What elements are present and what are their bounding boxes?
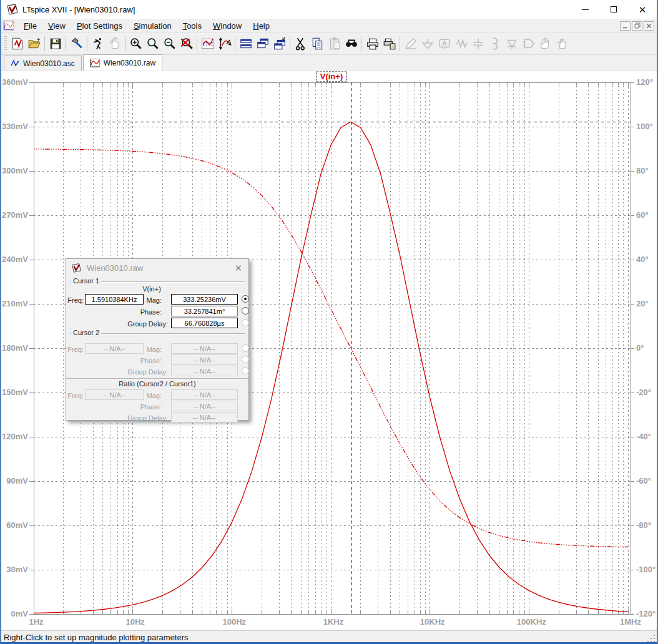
waveform-doc-icon xyxy=(3,21,14,31)
cursor-dialog[interactable]: Wien03010.raw ✕ Cursor 1 V(in+) Freq: 1.… xyxy=(66,258,249,421)
cursor2-phase-radio[interactable] xyxy=(242,356,249,363)
cursor-dialog-titlebar[interactable]: Wien03010.raw ✕ xyxy=(66,259,248,276)
place-capacitor-button[interactable] xyxy=(469,35,486,52)
mdi-minimize-button[interactable] xyxy=(620,21,631,31)
toolbar-separator xyxy=(66,36,66,51)
menu-file[interactable]: File xyxy=(18,20,42,32)
maximize-button[interactable] xyxy=(599,0,628,19)
cursor2-phase-field[interactable]: -- N/A-- xyxy=(171,354,238,365)
y-right-label: -20° xyxy=(636,388,651,397)
cursor1-phase-radio[interactable] xyxy=(242,307,249,315)
menu-view[interactable]: View xyxy=(42,20,71,32)
ltspice-dialog-icon xyxy=(71,263,82,273)
place-resistor-button[interactable] xyxy=(453,35,469,52)
window-title: LTspice XVII - [Wien03010.raw] xyxy=(22,5,135,14)
y-right-label: 60° xyxy=(636,210,649,220)
y-left-label: 150mV xyxy=(2,388,28,397)
plot-settings-button[interactable] xyxy=(199,35,216,52)
y-left-label: 300mV xyxy=(2,166,28,175)
tile-windows-button[interactable] xyxy=(237,35,254,52)
cursor1-heading: Cursor 1 xyxy=(71,277,101,285)
cursor1-gd-field[interactable]: 66.760828µs xyxy=(171,318,238,328)
control-panel-button[interactable] xyxy=(68,35,85,52)
y-left-label: 240mV xyxy=(2,255,28,264)
minimize-button[interactable] xyxy=(571,0,599,19)
menu-plot-settings[interactable]: Plot Settings xyxy=(71,20,128,32)
place-diode-button[interactable] xyxy=(503,35,520,52)
y-right-label: -60° xyxy=(636,476,651,485)
move-button[interactable] xyxy=(537,35,554,52)
tab-wien03010-raw[interactable]: Wien03010.raw xyxy=(83,54,162,71)
tab-wien03010-asc[interactable]: Wien03010.asc xyxy=(4,56,82,71)
tab-bar: Wien03010.asc Wien03010.raw xyxy=(1,55,657,71)
x-axis-label: 100KHz xyxy=(517,617,546,627)
find-button[interactable] xyxy=(343,35,360,52)
y-right-label: 40° xyxy=(636,255,649,264)
y-left-label: 330mV xyxy=(2,122,28,131)
copy-button[interactable] xyxy=(309,35,326,52)
save-button[interactable] xyxy=(47,35,64,52)
cursor2-freq-label: Freq: xyxy=(67,346,84,353)
ratio-mag-label: Mag: xyxy=(125,392,162,399)
y-left-label: 270mV xyxy=(2,210,28,220)
cursor1-mag-field[interactable]: 333.25236mV xyxy=(171,294,238,305)
close-button[interactable]: ✕ xyxy=(628,0,657,19)
drag-button[interactable] xyxy=(554,35,571,52)
ltspice-window: LTspice XVII - [Wien03010.raw] ✕ File Vi… xyxy=(0,0,658,644)
mdi-close-button[interactable] xyxy=(644,21,654,31)
menu-help[interactable]: Help xyxy=(247,20,275,32)
cursor1-mag-radio[interactable] xyxy=(242,295,249,303)
cursor2-mag-field[interactable]: -- N/A-- xyxy=(171,343,238,354)
toolbar-separator xyxy=(87,36,87,51)
halt-button[interactable] xyxy=(106,35,123,52)
resize-grip[interactable] xyxy=(647,635,656,643)
paste-button[interactable] xyxy=(326,35,343,52)
ratio-phase-field[interactable]: -- N/A-- xyxy=(171,401,238,411)
mdi-restore-button[interactable] xyxy=(632,21,642,31)
y-right-label: 100° xyxy=(636,122,653,131)
cascade-windows-button[interactable] xyxy=(254,35,271,52)
cut-button[interactable] xyxy=(292,35,309,52)
cursor1-phase-field[interactable]: 33.257841m° xyxy=(171,306,238,316)
run-button[interactable] xyxy=(89,35,106,52)
place-net-label-button[interactable] xyxy=(436,35,453,52)
toolbar xyxy=(1,33,657,55)
trace-title[interactable]: V(in+) xyxy=(317,71,346,82)
menu-simulation[interactable]: Simulation xyxy=(128,20,177,32)
y-left-label: 60mV xyxy=(6,520,28,530)
place-ground-button[interactable] xyxy=(419,35,436,52)
cursor2-gd-radio[interactable] xyxy=(242,367,249,374)
maximize-icon xyxy=(611,6,617,12)
cursor2-gd-field[interactable]: -- N/A-- xyxy=(171,366,238,376)
place-inductor-button[interactable] xyxy=(486,35,503,52)
dialog-close-icon[interactable]: ✕ xyxy=(234,263,242,273)
zoom-full-extents-button[interactable] xyxy=(178,35,195,52)
menu-window[interactable]: Window xyxy=(207,20,247,32)
zoom-in-button[interactable] xyxy=(127,35,144,52)
zoom-area-button[interactable] xyxy=(144,35,161,52)
draw-wire-button[interactable] xyxy=(402,35,419,52)
arrange-windows-button[interactable] xyxy=(271,35,288,52)
autorange-button[interactable] xyxy=(216,35,233,52)
ratio-gd-field[interactable]: -- N/A-- xyxy=(171,412,238,422)
zoom-out-button[interactable] xyxy=(161,35,178,52)
cursor1-gd-radio[interactable] xyxy=(242,319,249,326)
x-axis-label: 1Hz xyxy=(29,617,44,627)
place-component-button[interactable] xyxy=(520,35,537,52)
menu-tools[interactable]: Tools xyxy=(177,20,207,32)
y-right-label: -100° xyxy=(636,565,656,574)
y-right-label: 120° xyxy=(636,77,653,87)
print-preview-button[interactable] xyxy=(381,35,398,52)
waveform-viewer[interactable]: 0mV-120°30mV-100°60mV-80°90mV-60°120mV-4… xyxy=(1,71,657,630)
y-left-label: 180mV xyxy=(2,343,28,353)
open-file-button[interactable] xyxy=(26,35,42,52)
title-bar: LTspice XVII - [Wien03010.raw] ✕ xyxy=(1,0,657,19)
x-axis-label: 1MHz xyxy=(620,617,641,627)
new-schematic-button[interactable] xyxy=(9,35,26,52)
ratio-mag-field[interactable]: -- N/A-- xyxy=(171,389,238,400)
ltspice-app-icon xyxy=(6,3,19,16)
cursor1-mag-label: Mag: xyxy=(125,296,162,304)
ratio-phase-label: Phase: xyxy=(125,403,162,411)
print-button[interactable] xyxy=(364,35,381,52)
cursor2-mag-radio[interactable] xyxy=(242,344,249,352)
